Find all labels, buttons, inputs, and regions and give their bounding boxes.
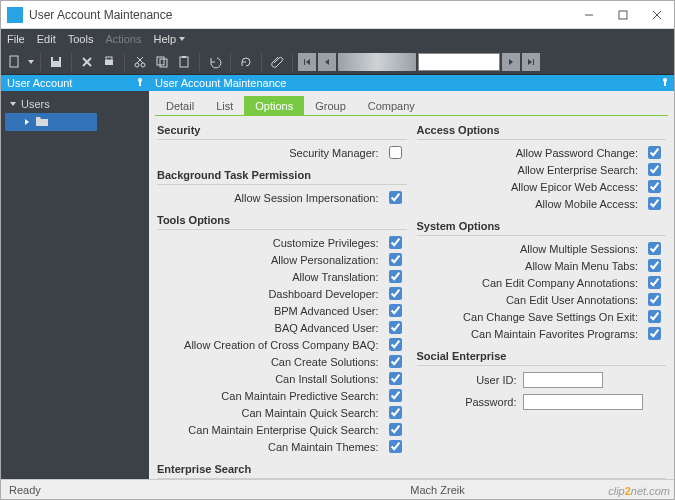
window-title-bar: User Account Maintenance: [1, 1, 674, 29]
nav-first-button[interactable]: [298, 53, 316, 71]
nav-prev-button[interactable]: [318, 53, 336, 71]
tab-detail[interactable]: Detail: [155, 96, 205, 115]
window-title: User Account Maintenance: [29, 8, 572, 22]
label-favorites-programs: Can Maintain Favorites Programs:: [471, 328, 638, 340]
checkbox-cross-company-baq[interactable]: [389, 338, 402, 351]
svg-rect-1: [619, 11, 627, 19]
label-bpm-advanced-user: BPM Advanced User:: [274, 305, 379, 317]
menu-edit[interactable]: Edit: [37, 33, 56, 45]
tab-list[interactable]: List: [205, 96, 244, 115]
nav-next-button[interactable]: [502, 53, 520, 71]
group-access-options: Access Options Allow Password Change: Al…: [417, 122, 667, 212]
checkbox-customize-privileges[interactable]: [389, 236, 402, 249]
options-form: Security Security Manager: Background Ta…: [149, 116, 674, 479]
input-password[interactable]: [523, 394, 643, 410]
checkbox-password-change[interactable]: [648, 146, 661, 159]
input-user-id[interactable]: [523, 372, 603, 388]
checkbox-allow-personalization[interactable]: [389, 253, 402, 266]
checkbox-bpm-advanced-user[interactable]: [389, 304, 402, 317]
nav-last-button[interactable]: [522, 53, 540, 71]
checkbox-baq-advanced-user[interactable]: [389, 321, 402, 334]
checkbox-multiple-sessions[interactable]: [648, 242, 661, 255]
print-button[interactable]: [99, 52, 119, 72]
label-maintain-themes: Can Maintain Themes:: [268, 441, 378, 453]
label-password: Password:: [417, 396, 517, 408]
pin-icon[interactable]: [660, 77, 670, 89]
cut-button[interactable]: [130, 52, 150, 72]
status-user: Mach Zreik: [209, 484, 666, 496]
pin-icon[interactable]: [135, 77, 145, 89]
close-button[interactable]: [640, 1, 674, 29]
toolbar-search-input[interactable]: [418, 53, 500, 71]
tree-child-selected[interactable]: [5, 113, 97, 131]
checkbox-enterprise-search[interactable]: [648, 163, 661, 176]
checkbox-enterprise-quick-search[interactable]: [389, 423, 402, 436]
label-mobile-access: Allow Mobile Access:: [535, 198, 638, 210]
folder-icon: [35, 115, 49, 129]
checkbox-quick-search[interactable]: [389, 406, 402, 419]
label-save-settings-exit: Can Change Save Settings On Exit:: [463, 311, 638, 323]
checkbox-company-annotations[interactable]: [648, 276, 661, 289]
menu-tools[interactable]: Tools: [68, 33, 94, 45]
tree-root-label: Users: [21, 98, 50, 110]
delete-button[interactable]: [77, 52, 97, 72]
refresh-button[interactable]: [236, 52, 256, 72]
menu-help[interactable]: Help: [153, 33, 186, 45]
checkbox-epicor-web-access[interactable]: [648, 180, 661, 193]
menu-actions[interactable]: Actions: [105, 33, 141, 45]
checkbox-user-annotations[interactable]: [648, 293, 661, 306]
watermark: clip2net.com: [608, 485, 670, 497]
tree-root-users[interactable]: Users: [5, 95, 145, 113]
group-access-options-title: Access Options: [417, 122, 667, 140]
label-allow-personalization: Allow Personalization:: [271, 254, 379, 266]
group-social-enterprise-title: Social Enterprise: [417, 348, 667, 366]
left-panel-title: User Account: [7, 77, 72, 89]
group-enterprise-search: Enterprise Search Use Default URL: Searc…: [157, 461, 666, 479]
label-install-solutions: Can Install Solutions:: [275, 373, 378, 385]
tab-group[interactable]: Group: [304, 96, 357, 115]
checkbox-install-solutions[interactable]: [389, 372, 402, 385]
undo-button[interactable]: [205, 52, 225, 72]
left-panel-header: User Account: [1, 75, 149, 91]
tree-view[interactable]: Users: [1, 91, 149, 135]
tab-company[interactable]: Company: [357, 96, 426, 115]
checkbox-mobile-access[interactable]: [648, 197, 661, 210]
label-password-change: Allow Password Change:: [516, 147, 638, 159]
label-create-solutions: Can Create Solutions:: [271, 356, 379, 368]
checkbox-create-solutions[interactable]: [389, 355, 402, 368]
checkbox-session-impersonation[interactable]: [389, 191, 402, 204]
right-panel-title: User Account Maintenance: [155, 77, 286, 89]
chevron-right-icon[interactable]: [23, 116, 31, 128]
svg-rect-17: [180, 57, 188, 67]
label-user-id: User ID:: [417, 374, 517, 386]
toolbar: [1, 49, 674, 75]
checkbox-allow-translation[interactable]: [389, 270, 402, 283]
tab-bar: Detail List Options Group Company: [149, 91, 674, 115]
dropdown-icon[interactable]: [27, 55, 35, 69]
checkbox-favorites-programs[interactable]: [648, 327, 661, 340]
checkbox-dashboard-developer[interactable]: [389, 287, 402, 300]
maximize-button[interactable]: [606, 1, 640, 29]
group-tools-options-title: Tools Options: [157, 212, 407, 230]
new-button[interactable]: [5, 52, 25, 72]
checkbox-security-manager[interactable]: [389, 146, 402, 159]
svg-point-12: [141, 63, 145, 67]
copy-button[interactable]: [152, 52, 172, 72]
checkbox-maintain-themes[interactable]: [389, 440, 402, 453]
svg-rect-4: [10, 56, 18, 67]
checkbox-predictive-search[interactable]: [389, 389, 402, 402]
save-button[interactable]: [46, 52, 66, 72]
attachment-button[interactable]: [267, 52, 287, 72]
svg-rect-6: [53, 57, 59, 61]
label-baq-advanced-user: BAQ Advanced User:: [275, 322, 379, 334]
minimize-button[interactable]: [572, 1, 606, 29]
right-panel: User Account Maintenance Detail List Opt…: [149, 75, 674, 479]
checkbox-main-menu-tabs[interactable]: [648, 259, 661, 272]
paste-button[interactable]: [174, 52, 194, 72]
menu-file[interactable]: File: [7, 33, 25, 45]
right-panel-header: User Account Maintenance: [149, 75, 674, 91]
tab-options[interactable]: Options: [244, 96, 304, 115]
chevron-down-icon[interactable]: [9, 98, 17, 110]
checkbox-save-settings-exit[interactable]: [648, 310, 661, 323]
label-quick-search: Can Maintain Quick Search:: [242, 407, 379, 419]
